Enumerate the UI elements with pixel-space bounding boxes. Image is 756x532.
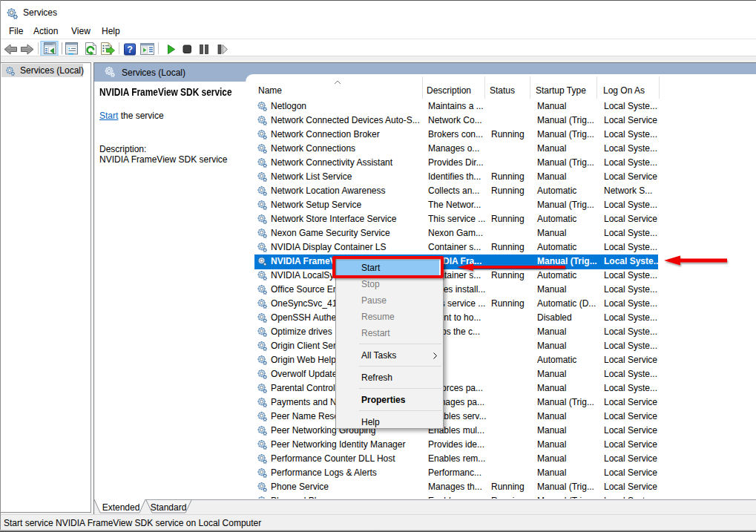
svg-text:Extended: Extended — [102, 502, 140, 513]
svg-text:?: ? — [127, 45, 133, 55]
svg-text:Standard: Standard — [151, 502, 187, 513]
